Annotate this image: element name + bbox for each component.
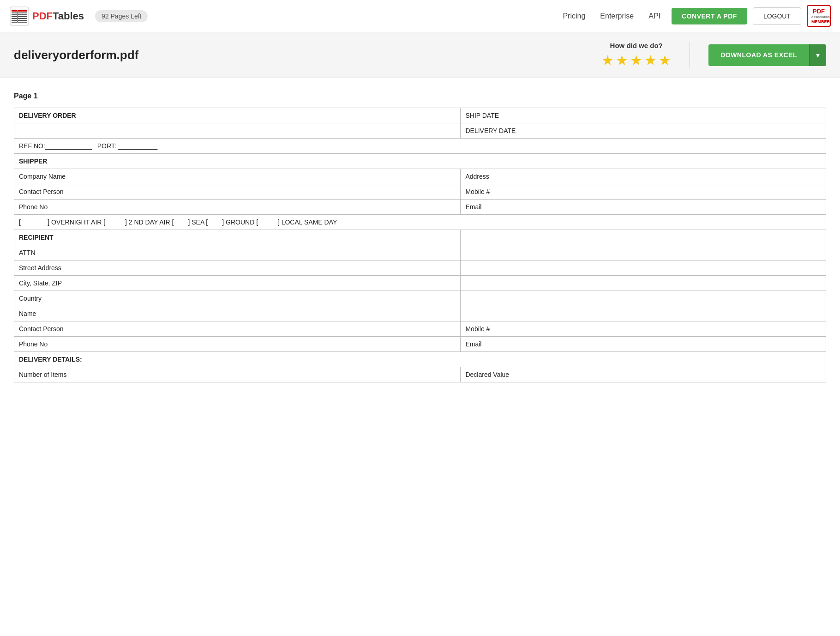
nav-links: Pricing Enterprise API	[563, 12, 660, 20]
table-row: Contact Person Mobile #	[14, 321, 826, 337]
table-cell: Email	[461, 337, 826, 352]
table-cell: City, State, ZIP	[14, 276, 461, 291]
table-cell: ATTN	[14, 245, 461, 260]
table-cell: Street Address	[14, 260, 461, 276]
table-cell: REF NO:_____________ PORT: ___________	[14, 139, 826, 154]
table-row: City, State, ZIP	[14, 276, 826, 291]
table-row: Name	[14, 306, 826, 321]
rating-section: How did we do? ★ ★ ★ ★ ★	[601, 42, 690, 68]
star-5[interactable]: ★	[659, 52, 671, 68]
api-link[interactable]: API	[648, 12, 660, 20]
star-4[interactable]: ★	[644, 52, 657, 68]
table-row: DELIVERY DETAILS:	[14, 352, 826, 367]
table-cell: DELIVERY DETAILS:	[14, 352, 826, 367]
svg-rect-6	[12, 20, 27, 21]
table-row: REF NO:_____________ PORT: ___________	[14, 139, 826, 154]
table-cell: Name	[14, 306, 461, 321]
svg-rect-3	[12, 14, 27, 15]
table-row: DELIVERY ORDER SHIP DATE	[14, 108, 826, 123]
table-cell	[461, 291, 826, 306]
svg-rect-8	[17, 10, 18, 23]
table-cell: Declared Value	[461, 367, 826, 382]
table-row: SHIPPER	[14, 154, 826, 169]
table-cell	[461, 306, 826, 321]
star-3[interactable]: ★	[630, 52, 642, 68]
table-cell: Phone No	[14, 337, 461, 352]
download-section: DOWNLOAD AS EXCEL ▾	[708, 44, 826, 66]
file-title: deliveryorderform.pdf	[14, 48, 601, 62]
table-cell	[461, 260, 826, 276]
table-cell: Mobile #	[461, 184, 826, 200]
table-row: Street Address	[14, 260, 826, 276]
logo-icon	[9, 6, 30, 26]
pricing-link[interactable]: Pricing	[563, 12, 585, 20]
table-cell	[461, 245, 826, 260]
logo[interactable]: PDFTables	[9, 6, 84, 26]
table-cell: Company Name	[14, 169, 461, 184]
pdf-association-badge: PDF association MEMBER	[807, 5, 831, 27]
rating-label: How did we do?	[610, 42, 663, 49]
table-cell: Number of Items	[14, 367, 461, 382]
table-cell	[14, 123, 461, 139]
star-rating[interactable]: ★ ★ ★ ★ ★	[601, 52, 671, 68]
star-2[interactable]: ★	[616, 52, 628, 68]
table-cell: Email	[461, 200, 826, 215]
table-cell: Address	[461, 169, 826, 184]
svg-rect-4	[12, 16, 27, 17]
convert-pdf-button[interactable]: CONVERT A PDF	[672, 8, 747, 24]
delivery-order-table: DELIVERY ORDER SHIP DATE DELIVERY DATE R…	[14, 108, 826, 382]
table-row: DELIVERY DATE	[14, 123, 826, 139]
table-cell	[461, 230, 826, 245]
svg-rect-7	[12, 22, 27, 23]
pages-left-badge: 92 Pages Left	[95, 10, 148, 22]
table-row: Company Name Address	[14, 169, 826, 184]
table-cell: Contact Person	[14, 184, 461, 200]
table-cell: RECIPIENT	[14, 230, 461, 245]
table-row: Number of Items Declared Value	[14, 367, 826, 382]
svg-rect-2	[12, 12, 27, 13]
table-cell: Mobile #	[461, 321, 826, 337]
table-cell: [ ] OVERNIGHT AIR [ ] 2 ND DAY AIR [ ] S…	[14, 215, 826, 230]
navbar: PDFTables 92 Pages Left Pricing Enterpri…	[0, 0, 840, 32]
subheader: deliveryorderform.pdf How did we do? ★ ★…	[0, 32, 840, 78]
page-label: Page 1	[14, 92, 826, 100]
table-row: Phone No Email	[14, 337, 826, 352]
table-cell: Phone No	[14, 200, 461, 215]
logout-button[interactable]: LOGOUT	[753, 7, 801, 25]
table-row: ATTN	[14, 245, 826, 260]
table-cell: DELIVERY DATE	[461, 123, 826, 139]
table-cell	[461, 276, 826, 291]
main-content: Page 1 DELIVERY ORDER SHIP DATE DELIVERY…	[0, 78, 840, 396]
svg-rect-5	[12, 18, 27, 19]
table-cell: Contact Person	[14, 321, 461, 337]
download-dropdown-button[interactable]: ▾	[809, 44, 826, 66]
table-cell: SHIPPER	[14, 154, 826, 169]
table-row: Phone No Email	[14, 200, 826, 215]
table-cell: DELIVERY ORDER	[14, 108, 461, 123]
logo-text: PDFTables	[32, 10, 84, 22]
table-row: RECIPIENT	[14, 230, 826, 245]
download-excel-button[interactable]: DOWNLOAD AS EXCEL	[708, 44, 809, 66]
table-row: [ ] OVERNIGHT AIR [ ] 2 ND DAY AIR [ ] S…	[14, 215, 826, 230]
table-row: Country	[14, 291, 826, 306]
enterprise-link[interactable]: Enterprise	[600, 12, 634, 20]
table-cell: Country	[14, 291, 461, 306]
star-1[interactable]: ★	[601, 52, 614, 68]
table-cell: SHIP DATE	[461, 108, 826, 123]
table-row: Contact Person Mobile #	[14, 184, 826, 200]
svg-rect-1	[12, 10, 27, 12]
